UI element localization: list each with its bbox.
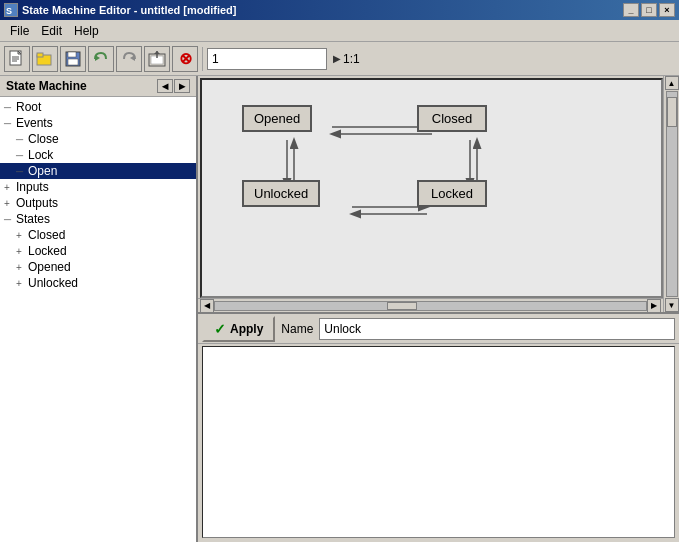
app-icon: S [4, 3, 18, 17]
menu-file[interactable]: File [4, 22, 35, 40]
bottom-content-area [202, 346, 675, 538]
apply-check-icon: ✓ [214, 321, 226, 337]
tree-body: ─ Root ─ Events ─ Close ─ Lock ─ [0, 97, 196, 293]
menu-help[interactable]: Help [68, 22, 105, 40]
undo-btn[interactable] [88, 46, 114, 72]
node-label-states: States [16, 212, 50, 226]
state-opened[interactable]: Opened [242, 105, 312, 132]
svg-marker-13 [130, 55, 135, 61]
tree-collapse-btn[interactable]: ◀ [157, 79, 173, 93]
bottom-panel: ✓ Apply Name [198, 312, 679, 542]
toolbar-input[interactable] [207, 48, 327, 70]
tree-node-states[interactable]: ─ States [0, 211, 196, 227]
node-label-inputs: Inputs [16, 180, 49, 194]
svg-rect-10 [68, 52, 76, 57]
tree-node-events[interactable]: ─ Events [0, 115, 196, 131]
node-label-opened: Opened [28, 260, 71, 274]
right-panel: Opened Closed Unlocked Locked ◀ [198, 76, 679, 542]
vscroll-thumb[interactable] [667, 97, 677, 127]
zoom-arrow-icon: ▶ [333, 53, 341, 64]
state-unlocked[interactable]: Unlocked [242, 180, 320, 207]
stop-btn[interactable]: ⊗ [172, 46, 198, 72]
expander-states: ─ [4, 214, 16, 225]
tree-panel: State Machine ◀ ▶ ─ Root ─ Events ─ Clos… [0, 76, 198, 542]
redo-btn[interactable] [116, 46, 142, 72]
canvas-vscroll: ▲ ▼ [663, 76, 679, 312]
state-closed[interactable]: Closed [417, 105, 487, 132]
zoom-label: 1:1 [343, 52, 360, 66]
expander-events: ─ [4, 118, 16, 129]
node-label-closed: Closed [28, 228, 65, 242]
tree-expand-btn[interactable]: ▶ [174, 79, 190, 93]
menu-edit[interactable]: Edit [35, 22, 68, 40]
title-bar: S State Machine Editor - untitled [modif… [0, 0, 679, 20]
state-locked[interactable]: Locked [417, 180, 487, 207]
name-label: Name [281, 322, 313, 336]
main-content: State Machine ◀ ▶ ─ Root ─ Events ─ Clos… [0, 76, 679, 542]
tree-node-open[interactable]: ─ Open [0, 163, 196, 179]
svg-text:S: S [6, 6, 12, 16]
export-btn[interactable] [144, 46, 170, 72]
expander-unlocked: + [16, 278, 28, 289]
expander-opened: + [16, 262, 28, 273]
minimize-btn[interactable]: _ [623, 3, 639, 17]
expander-outputs: + [4, 198, 16, 209]
separator [202, 47, 203, 71]
state-opened-label: Opened [254, 111, 300, 126]
canvas-wrapper: Opened Closed Unlocked Locked ◀ [198, 76, 663, 312]
tree-node-inputs[interactable]: + Inputs [0, 179, 196, 195]
tree-node-unlocked[interactable]: + Unlocked [0, 275, 196, 291]
apply-label: Apply [230, 322, 263, 336]
tree-node-opened[interactable]: + Opened [0, 259, 196, 275]
hscroll-track[interactable] [214, 301, 647, 311]
node-label-lock: Lock [28, 148, 53, 162]
node-label-unlocked: Unlocked [28, 276, 78, 290]
expander-inputs: + [4, 182, 16, 193]
tree-node-outputs[interactable]: + Outputs [0, 195, 196, 211]
expander-close: ─ [16, 134, 28, 145]
tree-node-locked[interactable]: + Locked [0, 243, 196, 259]
node-label-root: Root [16, 100, 41, 114]
hscroll-left-btn[interactable]: ◀ [200, 299, 214, 313]
state-unlocked-label: Unlocked [254, 186, 308, 201]
hscroll-thumb[interactable] [387, 302, 417, 310]
tree-header: State Machine ◀ ▶ [0, 76, 196, 97]
node-label-outputs: Outputs [16, 196, 58, 210]
expander-lock: ─ [16, 150, 28, 161]
svg-rect-11 [68, 59, 78, 65]
tree-node-lock[interactable]: ─ Lock [0, 147, 196, 163]
open-btn[interactable] [32, 46, 58, 72]
bottom-toolbar: ✓ Apply Name [198, 314, 679, 344]
node-label-close: Close [28, 132, 59, 146]
canvas-area[interactable]: Opened Closed Unlocked Locked [200, 78, 663, 298]
svg-marker-17 [154, 51, 160, 54]
save-btn[interactable] [60, 46, 86, 72]
name-input[interactable] [319, 318, 675, 340]
maximize-btn[interactable]: □ [641, 3, 657, 17]
apply-button[interactable]: ✓ Apply [202, 316, 275, 342]
svg-marker-12 [95, 55, 100, 61]
hscroll-right-btn[interactable]: ▶ [647, 299, 661, 313]
tree-header-label: State Machine [6, 79, 87, 93]
expander-root: ─ [4, 102, 16, 113]
canvas-with-scroll: Opened Closed Unlocked Locked ◀ [198, 76, 679, 312]
toolbar: ⊗ ▶ 1:1 [0, 42, 679, 76]
tree-node-root[interactable]: ─ Root [0, 99, 196, 115]
node-label-open: Open [28, 164, 57, 178]
tree-node-closed[interactable]: + Closed [0, 227, 196, 243]
state-locked-label: Locked [431, 186, 473, 201]
node-label-locked: Locked [28, 244, 67, 258]
zoom-display: ▶ 1:1 [333, 52, 360, 66]
expander-open: ─ [16, 166, 28, 177]
vscroll-up-btn[interactable]: ▲ [665, 76, 679, 90]
new-btn[interactable] [4, 46, 30, 72]
vscroll-track[interactable] [666, 91, 678, 297]
vscroll-down-btn[interactable]: ▼ [665, 298, 679, 312]
state-closed-label: Closed [432, 111, 472, 126]
expander-locked: + [16, 246, 28, 257]
expander-closed: + [16, 230, 28, 241]
svg-rect-8 [37, 53, 43, 57]
close-btn[interactable]: × [659, 3, 675, 17]
tree-node-close[interactable]: ─ Close [0, 131, 196, 147]
canvas-hscroll: ◀ ▶ [198, 298, 663, 312]
